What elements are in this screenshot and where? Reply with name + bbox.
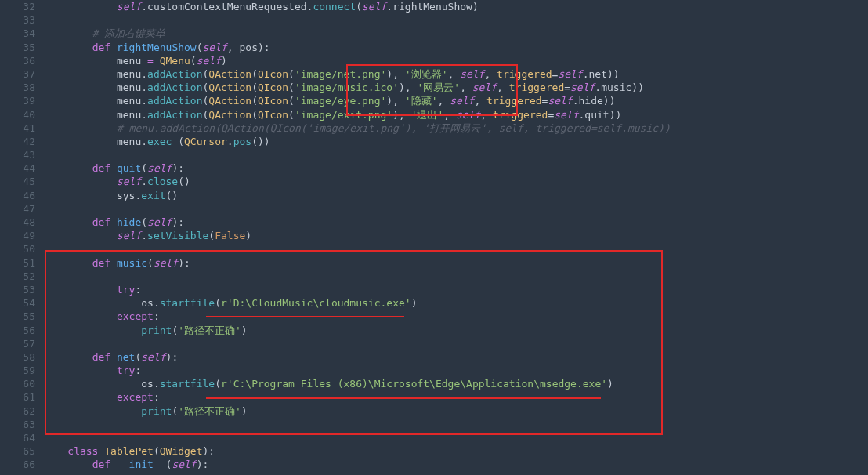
code-content[interactable]: except:	[43, 390, 868, 404]
line-number: 50	[0, 242, 43, 256]
code-content[interactable]: def rightMenuShow(self, pos):	[43, 41, 868, 54]
line-number: 53	[0, 283, 43, 296]
code-line[interactable]: 33	[0, 13, 868, 27]
code-content[interactable]: class TablePet(QWidget):	[43, 444, 868, 458]
code-content[interactable]: except:	[43, 310, 868, 323]
line-number: 52	[0, 270, 43, 283]
code-content[interactable]: print('路径不正确')	[43, 404, 868, 418]
line-number: 35	[0, 41, 43, 54]
code-line[interactable]: 45 self.close()	[0, 175, 868, 188]
code-line[interactable]: 66 def __init__(self):	[0, 458, 868, 471]
code-line[interactable]: 58 def net(self):	[0, 350, 868, 364]
code-content[interactable]: # menu.addAction(QAction(QIcon('image/ex…	[43, 121, 868, 135]
code-content[interactable]: menu.addAction(QAction(QIcon('image/musi…	[43, 81, 868, 94]
code-content[interactable]: def net(self):	[43, 350, 868, 364]
code-line[interactable]: 32 self.customContextMenuRequested.conne…	[0, 0, 868, 13]
line-number: 54	[0, 296, 43, 310]
code-content[interactable]: def hide(self):	[43, 216, 868, 229]
code-content[interactable]	[43, 337, 868, 350]
code-line[interactable]: 34 # 添加右键菜单	[0, 27, 868, 40]
code-line[interactable]: 48 def hide(self):	[0, 216, 868, 229]
code-line[interactable]: 42 menu.exec_(QCursor.pos())	[0, 135, 868, 148]
code-line[interactable]: 38 menu.addAction(QAction(QIcon('image/m…	[0, 81, 868, 94]
code-line[interactable]: 43	[0, 148, 868, 161]
line-number: 48	[0, 216, 43, 229]
code-content[interactable]: menu.addAction(QAction(QIcon('image/exit…	[43, 108, 868, 121]
code-line[interactable]: 59 try:	[0, 364, 868, 377]
code-line[interactable]: 37 menu.addAction(QAction(QIcon('image/n…	[0, 67, 868, 81]
line-number: 66	[0, 458, 43, 471]
code-content[interactable]: self.customContextMenuRequested.connect(…	[43, 0, 868, 13]
code-content[interactable]	[43, 148, 868, 161]
code-content[interactable]: try:	[43, 283, 868, 296]
line-number: 61	[0, 390, 43, 404]
line-number: 47	[0, 202, 43, 216]
line-number: 59	[0, 364, 43, 377]
code-content[interactable]	[43, 242, 868, 256]
line-number: 32	[0, 0, 43, 13]
code-content[interactable]: menu = QMenu(self)	[43, 54, 868, 67]
code-line[interactable]: 35 def rightMenuShow(self, pos):	[0, 41, 868, 54]
code-content[interactable]: self.close()	[43, 175, 868, 188]
code-line[interactable]: 63	[0, 418, 868, 431]
line-number: 42	[0, 135, 43, 148]
code-line[interactable]: 41 # menu.addAction(QAction(QIcon('image…	[0, 121, 868, 135]
code-line[interactable]: 40 menu.addAction(QAction(QIcon('image/e…	[0, 108, 868, 121]
code-content[interactable]	[43, 270, 868, 283]
code-line[interactable]: 54 os.startfile(r'D:\CloudMusic\cloudmus…	[0, 296, 868, 310]
code-content[interactable]: os.startfile(r'D:\CloudMusic\cloudmusic.…	[43, 296, 868, 310]
code-line[interactable]: 52	[0, 270, 868, 283]
code-line[interactable]: 50	[0, 242, 868, 256]
code-line[interactable]: 49 self.setVisible(False)	[0, 229, 868, 242]
line-number: 62	[0, 404, 43, 418]
line-number: 33	[0, 13, 43, 27]
code-content[interactable]: try:	[43, 364, 868, 377]
code-content[interactable]	[43, 431, 868, 444]
code-line[interactable]: 44 def quit(self):	[0, 161, 868, 175]
code-line[interactable]: 47	[0, 202, 868, 216]
code-line[interactable]: 62 print('路径不正确')	[0, 404, 868, 418]
code-content[interactable]: sys.exit()	[43, 189, 868, 202]
code-content[interactable]: self.setVisible(False)	[43, 229, 868, 242]
code-content[interactable]: # 添加右键菜单	[43, 27, 868, 40]
code-line[interactable]: 56 print('路径不正确')	[0, 324, 868, 337]
code-line[interactable]: 51 def music(self):	[0, 256, 868, 270]
code-line[interactable]: 60 os.startfile(r'C:\Program Files (x86)…	[0, 377, 868, 390]
line-number: 55	[0, 310, 43, 323]
code-line[interactable]: 64	[0, 431, 868, 444]
code-line[interactable]: 53 try:	[0, 283, 868, 296]
code-editor[interactable]: 32 self.customContextMenuRequested.conne…	[0, 0, 868, 472]
code-line[interactable]: 36 menu = QMenu(self)	[0, 54, 868, 67]
line-number: 43	[0, 148, 43, 161]
code-content[interactable]: def quit(self):	[43, 161, 868, 175]
code-content[interactable]: print('路径不正确')	[43, 324, 868, 337]
code-content[interactable]: menu.addAction(QAction(QIcon('image/eye.…	[43, 94, 868, 107]
code-line[interactable]: 61 except:	[0, 390, 868, 404]
line-number: 65	[0, 444, 43, 458]
line-number: 34	[0, 27, 43, 40]
line-number: 44	[0, 161, 43, 175]
code-line[interactable]: 55 except:	[0, 310, 868, 323]
line-number: 40	[0, 108, 43, 121]
code-line[interactable]: 57	[0, 337, 868, 350]
code-content[interactable]	[43, 13, 868, 27]
line-number: 39	[0, 94, 43, 107]
line-number: 60	[0, 377, 43, 390]
code-content[interactable]: def music(self):	[43, 256, 868, 270]
line-number: 46	[0, 189, 43, 202]
code-content[interactable]: menu.addAction(QAction(QIcon('image/net.…	[43, 67, 868, 81]
code-content[interactable]	[43, 418, 868, 431]
line-number: 38	[0, 81, 43, 94]
code-content[interactable]: def __init__(self):	[43, 458, 868, 471]
line-number: 37	[0, 67, 43, 81]
code-content[interactable]: menu.exec_(QCursor.pos())	[43, 135, 868, 148]
code-line[interactable]: 46 sys.exit()	[0, 189, 868, 202]
line-number: 58	[0, 350, 43, 364]
line-number: 41	[0, 121, 43, 135]
code-line[interactable]: 39 menu.addAction(QAction(QIcon('image/e…	[0, 94, 868, 107]
line-number: 45	[0, 175, 43, 188]
code-line[interactable]: 65 class TablePet(QWidget):	[0, 444, 868, 458]
line-number: 57	[0, 337, 43, 350]
code-content[interactable]	[43, 202, 868, 216]
code-content[interactable]: os.startfile(r'C:\Program Files (x86)\Mi…	[43, 377, 868, 390]
